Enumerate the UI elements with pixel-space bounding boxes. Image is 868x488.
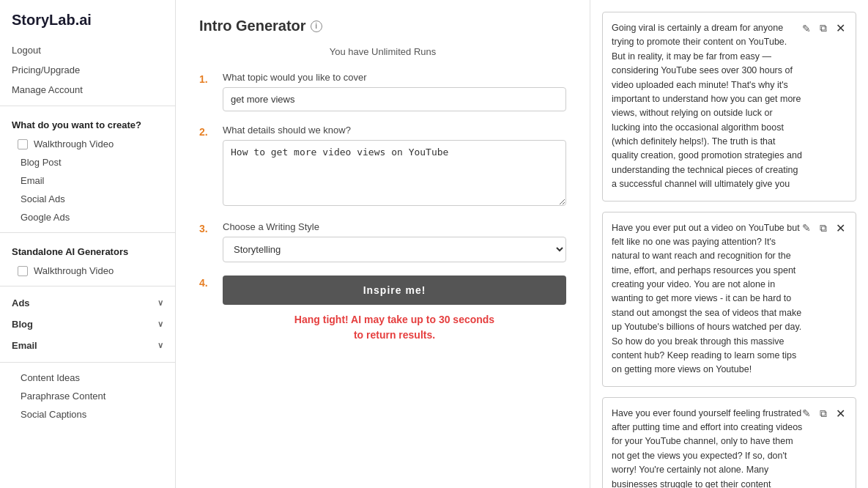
result-actions-0: ✎ ⧉ ✕ (799, 20, 848, 37)
wait-message-line1: Hang tight! AI may take up to 30 seconds (294, 314, 494, 325)
step4-content: Inspire me! Hang tight! AI may take up t… (223, 276, 566, 343)
sidebar-item-social-captions[interactable]: Social Captions (0, 405, 175, 424)
step1-label: What topic would you like to cover (223, 72, 566, 83)
checkbox-icon-standalone (18, 266, 28, 276)
sidebar-item-manage-account[interactable]: Manage Account (0, 80, 175, 100)
step2-row: 2. What details should we know? How to g… (199, 125, 566, 208)
sidebar-item-social-ads[interactable]: Social Ads (0, 190, 175, 208)
sidebar-divider-4 (0, 362, 175, 363)
step4-row: 4. Inspire me! Hang tight! AI may take u… (199, 276, 566, 343)
step4-number: 4. (199, 276, 214, 289)
page-title: Intro Generator (199, 18, 306, 34)
chevron-down-icon-ads: ∨ (157, 298, 163, 308)
edit-button-0[interactable]: ✎ (799, 21, 814, 36)
wait-message: Hang tight! AI may take up to 30 seconds… (223, 312, 566, 343)
ads-label: Ads (12, 297, 30, 308)
edit-button-2[interactable]: ✎ (799, 406, 814, 421)
sidebar-item-blog-post[interactable]: Blog Post (0, 153, 175, 171)
step1-content: What topic would you like to cover (223, 72, 566, 111)
writing-style-select[interactable]: Storytelling Informative Persuasive Prof… (223, 237, 566, 262)
sidebar-item-content-ideas[interactable]: Content Ideas (0, 369, 175, 387)
sidebar-item-walkthrough-video-label: Walkthrough Video (34, 138, 114, 149)
sidebar-item-paraphrase-content[interactable]: Paraphrase Content (0, 387, 175, 405)
sidebar-collapsible-ads[interactable]: Ads ∨ (0, 292, 175, 314)
unlimited-runs-label: You have Unlimited Runs (199, 46, 566, 57)
step3-content: Choose a Writing Style Storytelling Info… (223, 221, 566, 262)
step1-number: 1. (199, 72, 214, 85)
sidebar-item-email[interactable]: Email (0, 171, 175, 190)
result-card-0: Going viral is certainly a dream for any… (602, 12, 856, 202)
result-actions-1: ✎ ⧉ ✕ (799, 220, 848, 237)
sidebar-item-pricing[interactable]: Pricing/Upgrade (0, 60, 175, 80)
checkbox-icon (18, 139, 28, 149)
sidebar: StoryLab.ai Logout Pricing/Upgrade Manag… (0, 0, 176, 488)
close-button-2[interactable]: ✕ (833, 405, 848, 422)
result-actions-2: ✎ ⧉ ✕ (799, 405, 848, 422)
chevron-down-icon-blog: ∨ (157, 319, 163, 329)
step1-group: 1. What topic would you like to cover (199, 72, 566, 111)
step1-row: 1. What topic would you like to cover (199, 72, 566, 111)
step2-textarea[interactable]: How to get more video views on YouTube (223, 140, 566, 206)
step3-group: 3. Choose a Writing Style Storytelling I… (199, 221, 566, 262)
step2-content: What details should we know? How to get … (223, 125, 566, 208)
step2-group: 2. What details should we know? How to g… (199, 125, 566, 208)
step3-number: 3. (199, 221, 214, 234)
result-card-text-0: Going viral is certainly a dream for any… (612, 21, 847, 192)
copy-button-2[interactable]: ⧉ (817, 406, 830, 421)
edit-button-1[interactable]: ✎ (799, 221, 814, 235)
page-title-container: Intro Generator i (199, 18, 566, 34)
close-button-0[interactable]: ✕ (833, 20, 848, 37)
step4-group: 4. Inspire me! Hang tight! AI may take u… (199, 276, 566, 343)
step1-input[interactable] (223, 87, 566, 111)
result-card-2: Have you ever found yourself feeling fru… (602, 397, 856, 488)
results-panel: Going viral is certainly a dream for any… (590, 0, 868, 488)
step3-row: 3. Choose a Writing Style Storytelling I… (199, 221, 566, 262)
step2-number: 2. (199, 125, 214, 138)
copy-button-1[interactable]: ⧉ (817, 221, 830, 236)
copy-button-0[interactable]: ⧉ (817, 21, 830, 36)
standalone-section-title: Standalone AI Generators (0, 239, 175, 262)
sidebar-item-walkthrough-video[interactable]: Walkthrough Video (0, 135, 175, 153)
sidebar-item-google-ads[interactable]: Google Ads (0, 208, 175, 226)
sidebar-divider-2 (0, 232, 175, 233)
info-icon[interactable]: i (311, 21, 322, 32)
result-card-text-1: Have you ever put out a video on YouTube… (612, 221, 847, 377)
close-button-1[interactable]: ✕ (833, 220, 848, 237)
sidebar-collapsible-email[interactable]: Email ∨ (0, 335, 175, 356)
sidebar-divider-3 (0, 286, 175, 286)
wait-message-line2: to return results. (354, 329, 435, 341)
sidebar-collapsible-blog[interactable]: Blog ∨ (0, 314, 175, 335)
sidebar-divider-1 (0, 106, 175, 106)
chevron-down-icon-email: ∨ (157, 341, 163, 350)
main-content: Intro Generator i You have Unlimited Run… (176, 0, 590, 488)
app-logo: StoryLab.ai (0, 12, 175, 40)
blog-label: Blog (12, 319, 33, 330)
step2-label: What details should we know? (223, 125, 566, 136)
result-card-1: Have you ever put out a video on YouTube… (602, 212, 856, 387)
create-section-title: What do you want to create? (0, 112, 175, 135)
sidebar-item-standalone-walkthrough-label: Walkthrough Video (34, 265, 114, 276)
sidebar-item-logout[interactable]: Logout (0, 40, 175, 60)
inspire-button[interactable]: Inspire me! (223, 276, 566, 305)
sidebar-item-standalone-walkthrough[interactable]: Walkthrough Video (0, 262, 175, 280)
email-label: Email (12, 340, 37, 351)
step3-label: Choose a Writing Style (223, 221, 566, 232)
